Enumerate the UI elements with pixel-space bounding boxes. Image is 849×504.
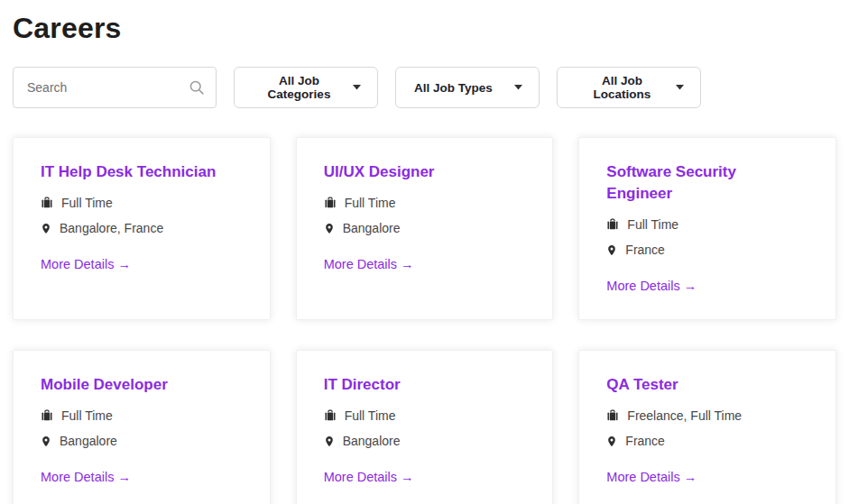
job-type-row: Freelance, Full Time (606, 407, 808, 425)
dropdown-job-types[interactable]: All Job Types (395, 67, 540, 108)
job-location-row: Bangalore (41, 432, 243, 450)
job-title[interactable]: IT Help Desk Technician (41, 161, 235, 183)
job-title[interactable]: Mobile Developer (41, 374, 235, 396)
job-card: QA Tester Freelance, Full Time France Mo… (578, 350, 836, 504)
job-type: Full Time (345, 194, 396, 212)
job-type: Full Time (345, 407, 396, 425)
map-pin-icon (41, 222, 51, 235)
job-location-row: France (606, 432, 808, 450)
map-pin-icon (41, 435, 51, 448)
chevron-down-icon (676, 85, 684, 90)
chevron-down-icon (514, 85, 522, 90)
job-location: Bangalore, France (60, 219, 163, 237)
job-card: Software Security Engineer Full Time Fra… (578, 137, 836, 320)
briefcase-icon (41, 409, 53, 422)
job-type-row: Full Time (324, 407, 526, 425)
briefcase-icon (324, 409, 337, 422)
job-type: Full Time (627, 215, 678, 234)
more-details-link[interactable]: More Details → (324, 468, 414, 487)
job-type: Full Time (61, 194, 113, 212)
job-type-row: Full Time (606, 215, 808, 234)
job-location-row: France (606, 241, 808, 259)
job-title[interactable]: Software Security Engineer (606, 161, 800, 205)
map-pin-icon (606, 243, 617, 257)
briefcase-icon (41, 197, 53, 209)
dropdown-label: All Job Locations (576, 74, 669, 101)
job-location: France (625, 432, 665, 450)
job-type: Freelance, Full Time (627, 407, 742, 425)
job-location: France (625, 241, 665, 259)
search-icon (189, 79, 205, 96)
job-type-row: Full Time (41, 407, 243, 425)
dropdown-job-locations[interactable]: All Job Locations (557, 67, 701, 108)
search-input[interactable] (13, 67, 217, 108)
search-box (13, 67, 217, 108)
job-location-row: Bangalore (324, 432, 526, 450)
job-type-row: Full Time (324, 194, 526, 212)
job-card: Mobile Developer Full Time Bangalore Mor… (13, 350, 271, 504)
filters-row: All Job Categories All Job Types All Job… (13, 67, 836, 108)
more-details-link[interactable]: More Details → (41, 255, 131, 274)
job-title[interactable]: IT Director (324, 374, 518, 396)
job-title[interactable]: UI/UX Designer (324, 161, 518, 183)
job-type: Full Time (61, 407, 113, 425)
page-title: Careers (13, 9, 836, 47)
dropdown-label: All Job Categories (253, 74, 346, 101)
more-details-link[interactable]: More Details → (41, 468, 131, 487)
job-type-row: Full Time (41, 194, 243, 212)
job-title[interactable]: QA Tester (606, 374, 800, 396)
job-card: IT Director Full Time Bangalore More Det… (296, 350, 554, 504)
more-details-link[interactable]: More Details → (324, 255, 414, 274)
map-pin-icon (606, 435, 617, 448)
job-location: Bangalore (343, 432, 401, 450)
more-details-link[interactable]: More Details → (606, 277, 697, 296)
careers-page: Careers All Job Categories All Job Types (0, 0, 849, 504)
chevron-down-icon (353, 85, 361, 90)
job-location-row: Bangalore, France (41, 219, 243, 237)
job-location: Bangalore (60, 432, 117, 450)
job-cards-grid: IT Help Desk Technician Full Time Bangal… (13, 137, 836, 504)
job-card: UI/UX Designer Full Time Bangalore More … (296, 137, 554, 320)
dropdown-label: All Job Types (414, 81, 493, 95)
briefcase-icon (324, 197, 337, 209)
map-pin-icon (324, 222, 335, 235)
job-location: Bangalore (343, 219, 401, 237)
briefcase-icon (606, 218, 619, 231)
briefcase-icon (606, 409, 619, 422)
job-card: IT Help Desk Technician Full Time Bangal… (13, 137, 271, 320)
more-details-link[interactable]: More Details → (606, 468, 697, 487)
dropdown-job-categories[interactable]: All Job Categories (234, 67, 378, 108)
map-pin-icon (324, 435, 335, 448)
job-location-row: Bangalore (324, 219, 526, 237)
